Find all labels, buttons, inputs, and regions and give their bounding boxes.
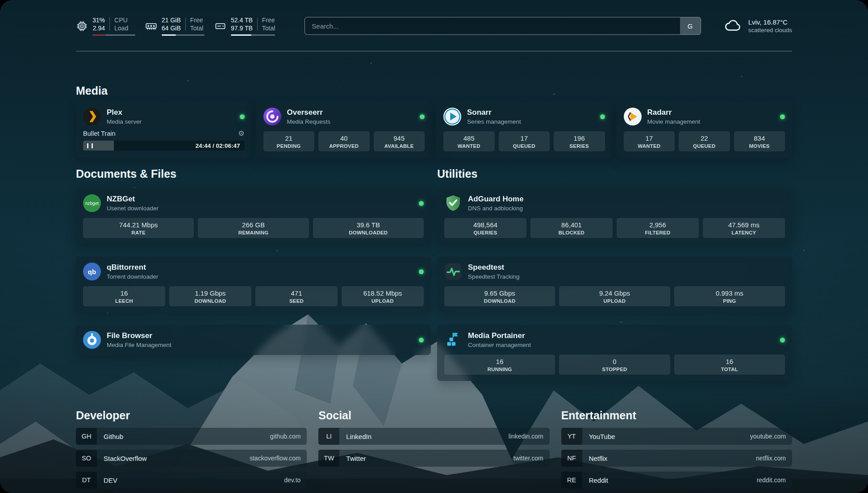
service-card-radarr[interactable]: Radarr Movie management 17 WANTED 22 QUE…	[617, 101, 793, 158]
stat-label: WANTED	[445, 143, 493, 149]
service-name: AdGuard Home	[468, 195, 524, 204]
adguard-icon	[444, 194, 462, 212]
stat-tile: 39.6 TB DOWNLOADED	[313, 218, 424, 238]
service-card-filebrowser[interactable]: File Browser Media File Management	[76, 325, 431, 355]
status-online-dot	[600, 114, 605, 119]
bookmark-dev[interactable]: DT DEV dev.to	[76, 472, 307, 489]
bookmark-youtube[interactable]: YT YouTube youtube.com	[561, 428, 792, 445]
stat-tile: 485 WANTED	[443, 131, 495, 151]
stat-label: QUEUED	[501, 143, 548, 149]
stat-tile: 47.569 ms LATENCY	[703, 218, 785, 238]
service-name: Radarr	[647, 108, 701, 117]
stat-tile: 17 WANTED	[624, 131, 675, 151]
stat-value: 86,401	[532, 221, 611, 229]
stat-label: REMAINING	[200, 230, 307, 235]
stat-value: 22	[680, 134, 728, 142]
section-documents-files: Documents & Files nzbget NZBGet Usenet d…	[76, 167, 431, 355]
section-title-developer: Developer	[76, 409, 307, 422]
snow-specks	[0, 0, 1, 1]
widget-divider	[109, 17, 110, 31]
stat-tile: 945 AVAILABLE	[374, 131, 425, 151]
speedtest-icon	[444, 263, 462, 280]
bookmark-github[interactable]: GH Github github.com	[76, 428, 307, 445]
stat-label: PENDING	[265, 143, 313, 149]
stat-value: 0.993 ms	[676, 289, 783, 297]
status-online-dot	[419, 338, 424, 343]
cpu-meter-fill	[92, 34, 106, 36]
stat-value: 834	[736, 134, 784, 142]
service-subtitle: Usenet downloader	[107, 205, 159, 212]
bookmark-linkedin[interactable]: LI LinkedIn linkedin.com	[318, 428, 549, 445]
stat-tile: 22 QUEUED	[679, 131, 730, 151]
svg-text:nzbget: nzbget	[85, 201, 99, 206]
service-card-plex[interactable]: Plex Media server Bullet Train ⚙ 24:44 /…	[76, 101, 252, 158]
pause-icon[interactable]	[87, 143, 93, 148]
stat-tile: 0.993 ms PING	[674, 286, 785, 306]
service-card-qbittorrent[interactable]: qb qBittorrent Torrent downloader 16 LEE…	[76, 256, 431, 313]
bookmark-stackoverflow[interactable]: SO StackOverflow stackoverflow.com	[76, 450, 307, 467]
stat-tile: 266 GB REMAINING	[198, 218, 309, 238]
now-playing-time: 24:44 / 02:06:47	[196, 142, 245, 149]
stat-tile: 196 SERIES	[554, 131, 605, 151]
memory-free-value: 21 GiB	[162, 16, 181, 24]
bookmark-reddit[interactable]: RE Reddit reddit.com	[561, 472, 792, 489]
stat-tile: 0 STOPPED	[559, 355, 670, 375]
bookmark-group-developer: Developer GH Github github.com SO StackO…	[76, 409, 307, 493]
stat-tile: 834 MOVIES	[734, 131, 785, 151]
stat-label: FILTERED	[618, 230, 697, 235]
stat-value: 16	[85, 289, 163, 297]
section-utilities: Utilities AdGuard Home DNS and adblockin…	[437, 167, 792, 381]
stat-value: 17	[626, 134, 673, 142]
service-card-nzbget[interactable]: nzbget NZBGet Usenet downloader 744.21 M…	[76, 188, 431, 244]
stat-label: WANTED	[626, 143, 673, 149]
section-title-entertainment: Entertainment	[561, 409, 792, 422]
stat-label: LEECH	[85, 298, 163, 304]
search-input[interactable]	[305, 22, 680, 30]
stat-label: RUNNING	[446, 367, 553, 372]
dashboard-screen: 31% 2.94 CPU Load	[0, 0, 868, 493]
service-name: File Browser	[107, 331, 171, 340]
top-bar: 31% 2.94 CPU Load	[76, 16, 792, 36]
service-card-speedtest[interactable]: Speedtest Speedtest Tracking 9.65 Gbps D…	[437, 256, 792, 313]
bookmark-netflix[interactable]: NF Netflix netflix.com	[561, 450, 792, 467]
bookmark-abbr: SO	[76, 450, 97, 467]
service-card-sonarr[interactable]: Sonarr Series management 485 WANTED 17 Q…	[436, 101, 612, 158]
stat-tile: 16 RUNNING	[444, 355, 555, 375]
service-card-overseerr[interactable]: Overseerr Media Requests 21 PENDING 40 A…	[256, 101, 432, 158]
stat-tile: 40 APPROVED	[318, 131, 370, 151]
now-playing-progress-bar[interactable]: 24:44 / 02:06:47	[83, 141, 245, 150]
service-subtitle: Container management	[468, 342, 531, 348]
service-name: NZBGet	[107, 195, 159, 204]
stat-value: 2,956	[618, 221, 697, 229]
memory-meter	[162, 34, 204, 36]
gear-icon[interactable]: ⚙	[238, 130, 244, 137]
svg-text:qb: qb	[88, 268, 96, 276]
bookmark-url: netflix.com	[756, 455, 792, 462]
cpu-load-label: Load	[114, 24, 128, 32]
stat-tile: 16 LEECH	[83, 286, 165, 306]
bookmark-url: stackoverflow.com	[250, 455, 307, 462]
stat-label: DOWNLOADED	[315, 230, 422, 235]
cpu-label: CPU	[114, 16, 128, 24]
stat-value: 266 GB	[200, 221, 307, 229]
stat-value: 618.52 Mbps	[343, 289, 422, 297]
cpu-widget: 31% 2.94 CPU Load	[76, 16, 135, 36]
stat-label: DOWNLOAD	[446, 298, 553, 304]
stat-label: PING	[676, 298, 783, 304]
search-bar: G	[305, 17, 701, 35]
section-title-documents: Documents & Files	[76, 167, 431, 180]
cpu-meter	[92, 34, 135, 36]
service-card-portainer[interactable]: Media Portainer Container management 16 …	[437, 325, 792, 381]
qbittorrent-icon: qb	[83, 263, 101, 280]
service-card-adguard-home[interactable]: AdGuard Home DNS and adblocking 498,564 …	[437, 188, 792, 244]
stat-value: 0	[561, 358, 668, 365]
portainer-icon	[444, 331, 462, 349]
bookmark-name: LinkedIn	[346, 433, 371, 440]
stat-tile: 498,564 QUERIES	[444, 218, 526, 238]
weather-widget: Lviv, 16.87°C scattered clouds	[723, 18, 792, 33]
service-name: Speedtest	[468, 263, 520, 272]
bookmark-twitter[interactable]: TW Twitter twitter.com	[318, 450, 549, 467]
search-provider-button[interactable]: G	[680, 17, 701, 34]
cloud-icon	[723, 19, 743, 33]
bookmark-name: Twitter	[346, 455, 366, 462]
